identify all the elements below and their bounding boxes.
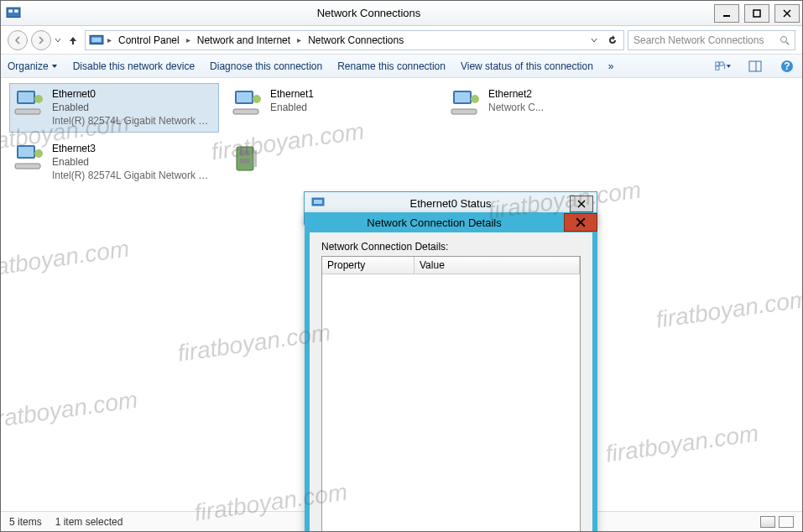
search-input[interactable]: Search Network Connections	[628, 30, 795, 50]
icons-view-button[interactable]	[779, 516, 794, 528]
list-header[interactable]: Property Value	[322, 257, 580, 274]
svg-rect-11	[716, 66, 719, 70]
address-bar-row: ▸ Control Panel ▸ Network and Internet ▸…	[1, 26, 802, 55]
control-panel-icon	[6, 6, 21, 21]
breadcrumb-item[interactable]: Network Connections	[305, 33, 407, 48]
svg-line-8	[786, 42, 789, 44]
breadcrumb-separator-icon: ▸	[107, 35, 112, 44]
connection-status: Enabled	[52, 101, 211, 114]
disable-device-button[interactable]: Disable this network device	[73, 60, 195, 72]
svg-rect-4	[753, 10, 760, 17]
svg-point-7	[781, 36, 787, 42]
connection-item[interactable]	[227, 138, 437, 187]
nav-back-button[interactable]	[8, 30, 28, 50]
svg-rect-26	[451, 109, 477, 114]
watermark: firatboyan.com	[654, 285, 803, 333]
connections-list: Ethernet0 Enabled Intel(R) 82574L Gigabi…	[1, 78, 802, 191]
nav-up-button[interactable]	[65, 32, 81, 49]
network-card-icon	[232, 142, 265, 175]
svg-rect-25	[455, 92, 470, 102]
connection-name: Ethernet3	[52, 142, 211, 155]
network-adapter-icon	[13, 87, 47, 121]
watermark: firatboyan.com	[604, 420, 760, 467]
watermark: firatboyan.com	[0, 386, 139, 434]
breadcrumb-separator-icon: ▸	[297, 35, 301, 44]
refresh-button[interactable]	[605, 35, 620, 45]
window-buttons	[712, 3, 802, 24]
svg-rect-29	[18, 147, 34, 157]
svg-point-23	[253, 95, 261, 103]
diagnose-connection-button[interactable]: Diagnose this connection	[210, 60, 322, 72]
svg-rect-35	[253, 150, 257, 167]
nav-history-dropdown-icon[interactable]	[55, 37, 61, 44]
connection-device: Intel(R) 82574L Gigabit Network C...	[52, 114, 211, 128]
organize-menu[interactable]: Organize	[8, 60, 58, 72]
details-view-button[interactable]	[760, 516, 775, 528]
search-icon	[780, 35, 790, 45]
view-status-button[interactable]: View status of this connection	[461, 60, 593, 72]
svg-rect-37	[314, 200, 322, 204]
svg-rect-12	[749, 61, 761, 71]
breadcrumb-bar[interactable]: ▸ Control Panel ▸ Network and Internet ▸…	[85, 30, 624, 50]
svg-rect-21	[237, 92, 252, 102]
connection-status: Enabled	[52, 155, 211, 169]
connection-name: Ethernet2	[488, 87, 544, 101]
svg-rect-10	[720, 62, 723, 65]
connection-item[interactable]: Ethernet1 Enabled	[227, 83, 437, 133]
rename-connection-button[interactable]: Rename this connection	[337, 60, 446, 72]
dialog-close-button[interactable]	[564, 213, 597, 232]
dialog-title: Network Connection Details	[305, 216, 564, 229]
details-list[interactable]: Property Value	[321, 256, 581, 532]
connection-item[interactable]: Ethernet3 Enabled Intel(R) 82574L Gigabi…	[9, 138, 219, 187]
svg-rect-22	[233, 109, 258, 114]
status-window-title: Ethernet0 Status	[331, 197, 570, 210]
dialog-titlebar[interactable]: Network Connection Details	[305, 212, 597, 232]
status-close-button[interactable]	[570, 196, 593, 212]
help-button[interactable]: ?	[779, 58, 795, 75]
svg-rect-18	[15, 109, 40, 114]
svg-rect-2	[14, 9, 18, 12]
selection-count: 1 item selected	[55, 516, 123, 528]
details-label: Network Connection Details:	[321, 241, 581, 253]
preview-pane-button[interactable]	[747, 58, 764, 75]
connection-item[interactable]: Ethernet2 Network C...	[446, 83, 655, 133]
connection-item[interactable]: Ethernet0 Enabled Intel(R) 82574L Gigabi…	[9, 83, 219, 133]
network-adapter-icon	[232, 87, 265, 121]
svg-rect-30	[15, 164, 40, 169]
adapter-icon	[310, 196, 326, 212]
maximize-button[interactable]	[744, 4, 769, 23]
connection-name: Ethernet0	[52, 87, 211, 101]
search-placeholder: Search Network Connections	[634, 34, 776, 46]
connection-device: Network C...	[488, 101, 544, 114]
svg-rect-17	[18, 92, 34, 102]
column-property[interactable]: Property	[322, 257, 415, 274]
view-options-button[interactable]	[715, 58, 732, 75]
column-value[interactable]: Value	[415, 257, 580, 274]
content-area: Ethernet0 Enabled Intel(R) 82574L Gigabi…	[1, 78, 802, 511]
item-count: 5 items	[9, 516, 42, 528]
connection-details-dialog: Network Connection Details Network Conne…	[305, 212, 597, 532]
titlebar: Network Connections	[1, 1, 802, 26]
svg-text:?: ?	[784, 60, 790, 72]
connection-name: Ethernet1	[270, 87, 314, 101]
breadcrumb-item[interactable]: Network and Internet	[194, 33, 294, 48]
command-toolbar: Organize Disable this network device Dia…	[1, 55, 802, 78]
minimize-button[interactable]	[714, 4, 739, 23]
window-title: Network Connections	[26, 7, 712, 19]
nav-forward-button[interactable]	[31, 30, 51, 50]
svg-point-19	[34, 95, 43, 103]
close-button[interactable]	[774, 4, 800, 23]
connection-status: Enabled	[270, 101, 314, 114]
watermark: firatboyan.com	[0, 235, 131, 283]
breadcrumb-dropdown-icon[interactable]	[587, 37, 602, 44]
svg-rect-34	[240, 159, 250, 164]
svg-rect-9	[716, 62, 719, 65]
breadcrumb-separator-icon: ▸	[186, 35, 190, 44]
breadcrumb-item[interactable]: Control Panel	[115, 33, 183, 48]
svg-rect-33	[240, 150, 250, 155]
svg-point-31	[34, 149, 43, 158]
svg-rect-1	[8, 9, 13, 12]
network-adapter-icon	[13, 142, 47, 175]
view-mode-buttons	[760, 516, 794, 528]
svg-point-27	[471, 95, 479, 103]
